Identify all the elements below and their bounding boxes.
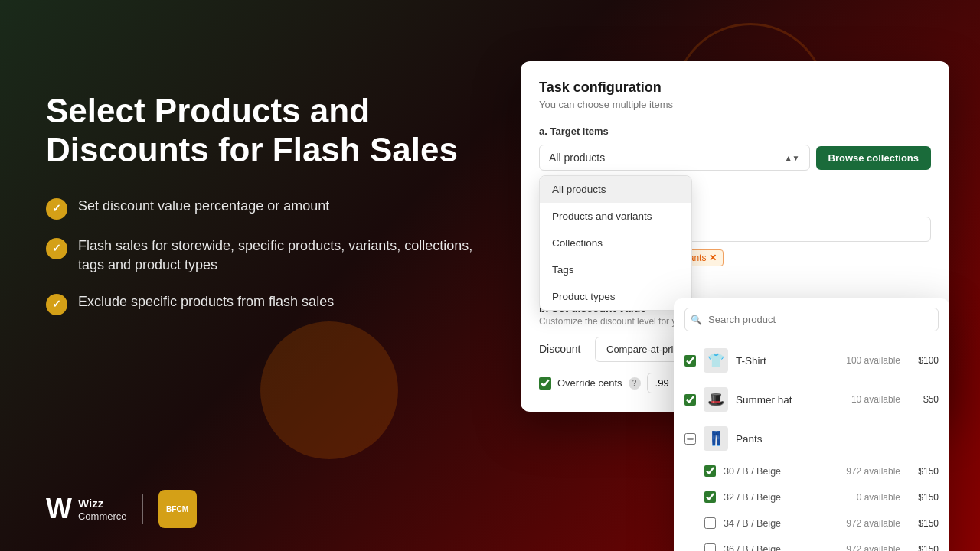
bfcm-badge: BFCM [158, 490, 197, 528]
variant-row-30-b-beige: 30 / B / Beige 972 available $150 [674, 458, 949, 484]
section-a-label: a. Target items [539, 126, 931, 137]
variant-price-36-b-beige: $150 [908, 544, 939, 552]
dropdown-item-all-products[interactable]: All products [540, 176, 691, 203]
product-checkbox-tshirt[interactable] [684, 355, 696, 367]
logo-area: W Wizz Commerce BFCM [46, 490, 197, 528]
variant-name-30-b-beige: 30 / B / Beige [724, 466, 824, 477]
target-items-row: All products ▲▼ All products Products an… [539, 145, 931, 171]
info-icon[interactable]: ? [629, 377, 641, 390]
product-row-pants: 👖 Pants [674, 419, 949, 458]
dropdown-item-product-types[interactable]: Product types [540, 283, 691, 310]
discount-label: Discount [539, 343, 589, 355]
override-checkbox[interactable] [539, 377, 551, 390]
variant-price-34-b-beige: $150 [908, 518, 939, 529]
product-row-summer-hat: 🎩 Summer hat 10 available $50 [674, 380, 949, 419]
task-card-subtitle: You can choose multiple items [539, 99, 931, 110]
task-card-title: Task configuration [539, 80, 931, 96]
variant-avail-36-b-beige: 972 available [831, 544, 900, 552]
logo-w-icon: W [46, 495, 72, 523]
variant-checkbox-34-b-beige[interactable] [704, 517, 716, 529]
variant-checkbox-30-b-beige[interactable] [704, 465, 716, 477]
feature-text-3: Exclude specific products from flash sal… [78, 292, 334, 311]
variant-name-32-b-beige: 32 / B / Beige [724, 492, 824, 503]
variant-checkbox-32-b-beige[interactable] [704, 491, 716, 503]
brand-sub: Commerce [78, 510, 127, 522]
feature-item-2: ✓ Flash sales for storewide, specific pr… [46, 236, 490, 275]
check-icon-3: ✓ [46, 294, 67, 315]
logo-divider [142, 494, 143, 524]
product-thumb-summer-hat: 🎩 [704, 387, 728, 412]
right-panel: Task configuration You can choose multip… [521, 61, 949, 412]
variant-row-36-b-beige: 36 / B / Beige 972 available $150 [674, 536, 949, 551]
left-panel: Select Products and Discounts for Flash … [46, 92, 490, 315]
feature-text-1: Set discount value percentage or amount [78, 197, 329, 216]
dropdown-item-tags[interactable]: Tags [540, 256, 691, 283]
variant-row-32-b-beige: 32 / B / Beige 0 available $150 [674, 484, 949, 510]
all-products-select-wrapper: All products ▲▼ All products Products an… [539, 145, 810, 171]
feature-list: ✓ Set discount value percentage or amoun… [46, 197, 490, 315]
product-checkbox-pants[interactable] [684, 433, 696, 445]
dropdown-arrow-icon: ▲▼ [785, 154, 800, 162]
variant-name-36-b-beige: 36 / B / Beige [724, 544, 824, 552]
product-name-summer-hat: Summer hat [736, 394, 824, 406]
product-panel: 🔍 👕 T-Shirt 100 available $100 🎩 Summer … [674, 298, 949, 551]
variant-row-34-b-beige: 34 / B / Beige 972 available $150 [674, 510, 949, 536]
browse-collections-button[interactable]: Browse collections [816, 146, 931, 170]
feature-text-2: Flash sales for storewide, specific prod… [78, 236, 490, 275]
variant-price-30-b-beige: $150 [908, 466, 939, 477]
variant-name-34-b-beige: 34 / B / Beige [724, 518, 824, 529]
feature-item-1: ✓ Set discount value percentage or amoun… [46, 197, 490, 220]
product-row-tshirt: 👕 T-Shirt 100 available $100 [674, 341, 949, 380]
all-products-select[interactable]: All products ▲▼ [539, 145, 810, 171]
tag-pants-remove[interactable]: ✕ [709, 253, 717, 263]
variant-avail-34-b-beige: 972 available [831, 518, 900, 529]
variant-price-32-b-beige: $150 [908, 492, 939, 503]
product-avail-summer-hat: 10 available [831, 394, 900, 405]
check-icon-2: ✓ [46, 238, 67, 259]
product-search-input[interactable] [684, 308, 939, 331]
product-name-pants: Pants [736, 433, 824, 445]
wizz-logo: W Wizz Commerce [46, 495, 127, 523]
override-label: Override cents [557, 377, 622, 389]
target-dropdown-menu: All products Products and variants Colle… [539, 175, 692, 311]
check-icon-1: ✓ [46, 198, 67, 220]
product-thumb-pants: 👖 [704, 426, 728, 451]
product-list: 👕 T-Shirt 100 available $100 🎩 Summer ha… [674, 341, 949, 551]
decorative-circle [260, 321, 398, 459]
dropdown-item-collections[interactable]: Collections [540, 230, 691, 256]
product-avail-tshirt: 100 available [831, 355, 900, 366]
product-checkbox-summer-hat[interactable] [684, 394, 696, 406]
product-search-wrap: 🔍 [674, 298, 949, 341]
product-price-tshirt: $100 [908, 355, 939, 366]
brand-name: Wizz [78, 497, 127, 510]
main-title: Select Products and Discounts for Flash … [46, 92, 490, 169]
dropdown-item-products-variants[interactable]: Products and variants [540, 203, 691, 230]
variant-checkbox-36-b-beige[interactable] [704, 543, 716, 551]
product-price-summer-hat: $50 [908, 394, 939, 405]
variant-avail-32-b-beige: 0 available [831, 492, 900, 503]
feature-item-3: ✓ Exclude specific products from flash s… [46, 292, 490, 315]
product-thumb-tshirt: 👕 [704, 348, 728, 373]
variant-avail-30-b-beige: 972 available [831, 466, 900, 477]
product-search-icon: 🔍 [691, 315, 702, 325]
product-name-tshirt: T-Shirt [736, 355, 824, 367]
logo-text-block: Wizz Commerce [78, 497, 127, 522]
